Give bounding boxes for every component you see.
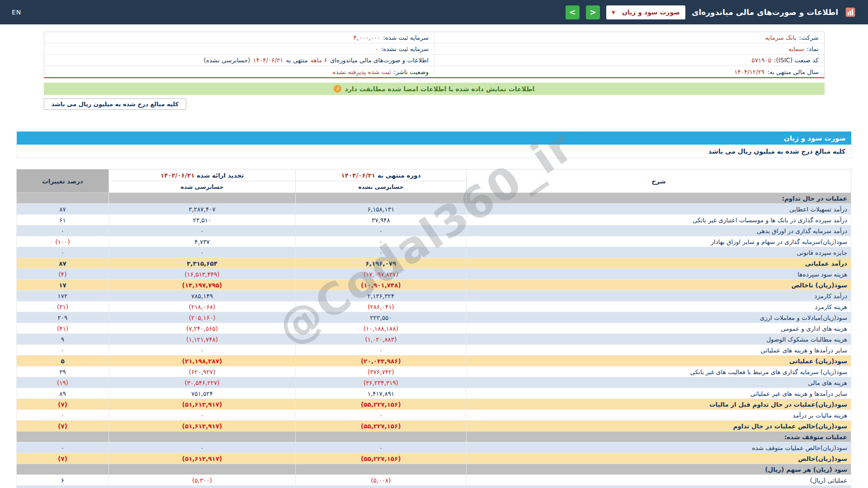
col-desc-header: شرح — [467, 169, 851, 193]
info-label: منتهی به — [286, 56, 308, 64]
report-chart-icon — [844, 6, 856, 18]
table-row: هزینه کارمزد(۲۸۶,۰۴۱)(۲۱۸,۰۶۸)(۳۱) — [17, 301, 851, 312]
pct-change-cell: ۸۷ — [17, 258, 109, 269]
pct-change-cell: (۱۶) — [17, 486, 109, 488]
pct-change-cell: ۰ — [17, 410, 109, 421]
pct-change-cell: ۱۷ — [17, 280, 109, 291]
table-row: درآمد سرمایه گذاری در اوراق بدهی۰۰۰ — [17, 225, 851, 236]
table-row: سود(زیان)سرمایه گذاری در سهام و سایر اور… — [17, 236, 851, 247]
current-period-cell: ۰ — [296, 345, 467, 356]
prior-period-cell: (۳۰,۵۴۶,۲۲۷) — [109, 377, 296, 388]
unit-note-box: کلیه مبالغ درج شده به میلیون ریال می باش… — [44, 99, 187, 110]
current-period-cell: ۰ — [296, 442, 467, 453]
info-value: سمایه — [788, 45, 804, 52]
current-period-cell: (۵,۰۰۸) — [296, 475, 467, 486]
table-row: هزینه های اداری و عمومی(۱۰,۱۸۸,۱۸۸)(۷,۲۴… — [17, 323, 851, 334]
report-type-selected-value: صورت سود و زیان — [622, 9, 680, 16]
info-value: ثبت شده پذیرفته نشده — [332, 68, 391, 75]
current-period-cell — [296, 464, 467, 475]
pct-change-cell: (۱۰۰) — [17, 236, 109, 247]
prior-period-cell — [109, 464, 296, 475]
prior-period-cell: ۰ — [109, 247, 296, 258]
info-value: ۴,۰۰۰,۰۰۰ — [354, 34, 380, 41]
pct-change-cell: (۷) — [17, 421, 109, 432]
prior-period-cell: (۵,۳۰۰) — [109, 475, 296, 486]
prior-period-cell: ۰ — [109, 345, 296, 356]
info-label: سرمایه ثبت نشده: — [381, 45, 429, 52]
info-label: (حسابرسی نشده) — [203, 56, 250, 64]
info-label: سرمایه ثبت شده: — [383, 34, 429, 41]
table-row: درآمد تسهیلات اعطایی۶,۱۵۸,۱۳۱۳,۲۸۷,۴۰۷۸۷ — [17, 204, 851, 215]
pct-change-cell: ۱۷۲ — [17, 291, 109, 301]
info-label: وضعیت ناشر: — [394, 68, 429, 75]
row-desc-cell: سود(زیان)سرمایه گذاری در سهام و سایر اور… — [467, 236, 851, 247]
info-row: شرکت:بانک سرمایهسرمایه ثبت شده:۴,۰۰۰,۰۰۰ — [44, 32, 824, 43]
total-row: سود(زیان)عملیات در حال تداوم قبل از مالی… — [17, 399, 851, 410]
company-info-table: شرکت:بانک سرمایهسرمایه ثبت شده:۴,۰۰۰,۰۰۰… — [44, 32, 825, 78]
table-row: سود(زیان) سرمایه گذاری های مرتبط با فعال… — [17, 366, 851, 377]
signature-match-banner: اطلاعات نمایش داده شده با اطلاعات امضا ش… — [44, 83, 825, 95]
prior-period-cell: (۲۱,۱۹۸,۲۸۷) — [109, 356, 296, 366]
pct-change-cell — [17, 193, 109, 204]
current-period-cell: (۳۷۶,۷۴۲) — [296, 366, 467, 377]
prior-period-cell: ۰ — [109, 442, 296, 453]
prior-period-cell — [109, 193, 296, 204]
table-row: سایر درآمدها و هزینه های عملیاتی۰۰۰ — [17, 345, 851, 356]
pct-change-cell: (۴۱) — [17, 323, 109, 334]
total-row: سود(زیان) عملیاتی(۲۰,۰۳۳,۹۸۶)(۲۱,۱۹۸,۲۸۷… — [17, 356, 851, 366]
info-value: بانک سرمایه — [765, 34, 796, 41]
table-row: عملیاتی (ریال)(۵,۰۰۸)(۵,۳۰۰)۶ — [17, 475, 851, 486]
info-icon: i — [334, 85, 341, 93]
current-period-cell: ۰ — [296, 410, 467, 421]
prior-period-cell: (۱۳,۱۹۷,۷۹۵) — [109, 280, 296, 291]
current-period-cell: (۵۵,۲۲۷,۱۵۶) — [296, 399, 467, 410]
prior-period-cell: ۴,۷۳۷ — [109, 236, 296, 247]
prior-period-cell: (۷,۲۴۰,۵۶۵) — [109, 323, 296, 334]
info-value: ۱۴۰۴/۰۶/۳۱ — [253, 56, 283, 64]
info-label: شرکت: — [799, 34, 819, 41]
page-title: اطلاعات و صورت‌های مالی میاندوره‌ای — [692, 8, 838, 17]
unit-note-wrap: کلیه مبالغ درج شده به میلیون ریال می باش… — [44, 99, 825, 110]
table-row: سود(زیان)خالص عملیات متوقف شده۰۰۰ — [17, 442, 851, 453]
current-period-cell: ۲,۱۳۶,۳۲۴ — [296, 291, 467, 301]
pct-change-cell: ۳۹ — [17, 366, 109, 377]
info-row: کد صنعت (ISIC):۵۷۱۹۰۵اطلاعات و صورت‌های … — [44, 55, 824, 66]
col-pct-change-header: درصد تغییرات — [17, 169, 109, 193]
row-desc-cell: سایر درآمدها و هزینه های غیر عملیاتی — [467, 388, 851, 399]
statement-title-bar: صورت سود و زیان — [17, 131, 851, 145]
row-desc-cell: سود(زیان) عملیاتی — [467, 356, 851, 366]
nav-next-button[interactable]: > — [566, 5, 580, 19]
report-type-select[interactable]: صورت سود و زیان ▼ — [606, 5, 685, 19]
row-desc-cell: سود (زیان) هر سهم (ریال) — [467, 464, 851, 475]
chevron-left-icon: < — [590, 8, 596, 17]
total-row: سود(زیان)خالص عملیات در حال تداوم(۵۵,۲۲۷… — [17, 421, 851, 432]
pct-change-cell: ۰ — [17, 442, 109, 453]
audit-status-current: حسابرسی نشده — [296, 181, 467, 193]
col-restated-period-date: ۱۴۰۳/۰۶/۳۱ — [160, 172, 195, 179]
prior-period-cell: (۲۰۵,۱۶۰) — [109, 312, 296, 323]
row-desc-cell: درآمد کارمزد — [467, 291, 851, 301]
lang-en-link[interactable]: EN — [12, 9, 21, 16]
nav-prev-button[interactable]: < — [586, 5, 600, 19]
row-desc-cell: سود(زیان)عملیات در حال تداوم قبل از مالی… — [467, 399, 851, 410]
current-period-cell: (۳۶,۲۳۴,۳۱۹) — [296, 377, 467, 388]
row-desc-cell: سود(زیان)مبادلات و معاملات ارزی — [467, 312, 851, 323]
current-period-cell — [296, 432, 467, 442]
pct-change-cell: ۰ — [17, 247, 109, 258]
table-row: درآمد کارمزد۲,۱۳۶,۳۲۴۷۸۵,۱۴۹۱۷۲ — [17, 291, 851, 301]
current-period-cell: ۰ — [296, 225, 467, 236]
section-row: عملیات متوقف شده: — [17, 432, 851, 442]
col-restated-period-header: تجدید ارائه شده ۱۴۰۳/۰۶/۳۱ — [109, 169, 296, 181]
info-value: ۰ — [375, 45, 378, 52]
col-current-period-title: دوره منتهی به — [377, 172, 421, 179]
section-row: عملیات در حال تداوم: — [17, 193, 851, 204]
row-desc-cell: غیرعملیاتی (ریال) — [467, 486, 851, 488]
table-row: غیرعملیاتی (ریال)(۸,۷۹۸)(۷,۶۰۴)(۱۶) — [17, 486, 851, 488]
current-period-cell: (۱۷,۰۹۷,۸۲۷) — [296, 269, 467, 280]
section-row: سود (زیان) هر سهم (ریال) — [17, 464, 851, 475]
info-row: نماد:سمایهسرمایه ثبت نشده:۰ — [44, 43, 824, 55]
info-cell: اطلاعات و صورت‌های مالی میاندوره‌ای۶ ماه… — [44, 55, 434, 66]
topbar: اطلاعات و صورت‌های مالی میاندوره‌ای صورت… — [0, 0, 868, 24]
prior-period-cell: ۷۵۱,۵۲۴ — [109, 388, 296, 399]
table-row: هزینه مطالبات مشکوک الوصول(۱,۰۲۰,۸۸۳)(۱,… — [17, 334, 851, 345]
